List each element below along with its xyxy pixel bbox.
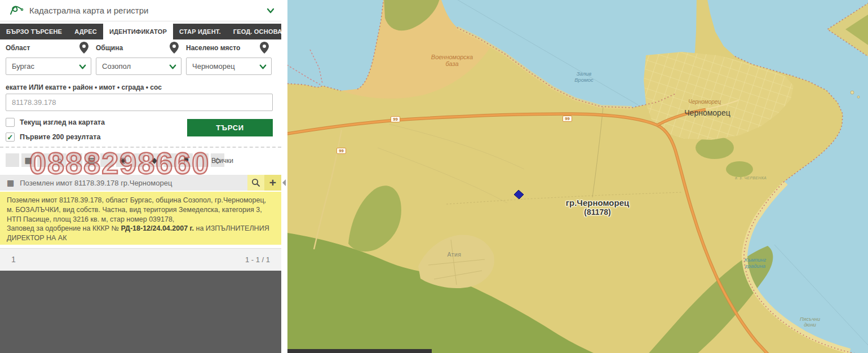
result-row-title: Поземлен имот 81178.39.178 гр.Черноморец [20,179,247,187]
layer-toggle-blank[interactable] [69,153,82,167]
map-pin-icon[interactable] [259,42,269,54]
map-attribution-bar [287,349,432,353]
tab-address[interactable]: АДРЕС [68,24,103,39]
checkbox-first-200-label: Първите 200 резултата [20,133,100,141]
checkbox-current-view[interactable]: Текущ изглед на картата [6,118,105,127]
kais-logo-icon [9,4,24,17]
grid-icon: ▦ [7,178,14,187]
page-number-button[interactable]: 1 [11,255,16,264]
result-row[interactable]: ▦ Поземлен имот 81178.39.178 гр.Черномор… [0,175,281,191]
app-root: Военноморскабаза ЗаливВромос Черноморец … [0,0,868,353]
search-button[interactable]: ТЪРСИ [187,119,273,136]
result-detail: Поземлен имот 81178.39.178, област Бурга… [0,192,281,245]
zoom-to-result-button[interactable] [247,175,264,191]
checkbox-box-checked[interactable]: ✓ [6,133,15,142]
ekatte-label: екатте ИЛИ екатте • район • имот • сград… [6,83,162,91]
house-icon[interactable]: ⌂ [53,153,67,167]
chevron-down-icon [169,63,176,70]
tab-quick-search[interactable]: БЪРЗО ТЪРСЕНЕ [0,24,68,39]
grid-icon[interactable]: ▦ [21,153,35,167]
identifier-input[interactable] [6,94,273,111]
checkbox-first-200[interactable]: ✓ Първите 200 резултата [6,133,100,142]
layer-toggle-blank[interactable] [132,153,145,167]
checkbox-box[interactable] [6,118,15,127]
tab-identifier[interactable]: ИДЕНТИФИКАТОР [103,24,173,39]
layer-toggle-blank[interactable] [163,153,177,167]
layer-toggle-blank[interactable] [37,153,51,167]
result-detail-line2: Заповед за одобрение на КККР № [7,224,121,232]
naseleno-select[interactable]: Черноморец [186,58,272,75]
layer-toggle-blank[interactable] [6,153,19,167]
checkbox-current-view-label: Текущ изглед на картата [20,118,105,126]
result-detail-line1: Поземлен имот 81178.39.178, област Бурга… [7,196,266,223]
all-filter-link[interactable]: Всички [211,157,233,165]
layer-toggle-blank[interactable] [100,153,114,167]
map-pin-icon[interactable] [79,42,89,54]
layers-icon[interactable]: ◆ [148,153,161,167]
chevron-down-icon [79,63,86,70]
pin-icon[interactable]: ◉ [116,153,130,167]
map-graphics [287,0,868,353]
map-pin-icon[interactable] [169,42,179,54]
search-icon [251,178,260,187]
layer-toggle-blank[interactable] [195,153,209,167]
sidebar-footer-area [0,271,281,353]
divider [0,147,281,148]
add-result-button[interactable]: + [264,175,281,191]
tab-geod-basis[interactable]: ГЕОД. ОСНОВА [227,24,289,39]
sidebar-collapse-strip [281,0,287,353]
chevron-down-icon [267,7,274,15]
map-canvas[interactable]: Военноморскабаза ЗаливВромос Черноморец … [287,0,868,353]
oblast-select[interactable]: Бургас [6,58,91,75]
search-tabs: БЪРЗО ТЪРСЕНЕ АДРЕС ИДЕНТИФИКАТОР СТАР И… [0,24,281,39]
layer-filter-row: ▦ ⌂ ▥ ◉ ◆ ⚑ ◇ [6,153,224,167]
obshtina-select[interactable]: Созопол [96,58,181,75]
module-selector[interactable]: Кадастрална карта и регистри [0,0,281,21]
chevron-down-icon [259,63,267,70]
result-order-number: РД-18-12/24.04.2007 г. [121,224,194,232]
module-title: Кадастрална карта и регистри [29,6,148,15]
collapse-sidebar-handle[interactable] [282,179,286,186]
building-icon[interactable]: ▥ [85,153,98,167]
tab-old-ident[interactable]: СТАР ИДЕНТ. [173,24,227,39]
page-range: 1 - 1 / 1 [245,255,270,264]
flag-icon[interactable]: ⚑ [179,153,193,167]
pagination: 1 1 - 1 / 1 [0,248,281,271]
sidebar: Кадастрална карта и регистри БЪРЗО ТЪРСЕ… [0,0,281,353]
